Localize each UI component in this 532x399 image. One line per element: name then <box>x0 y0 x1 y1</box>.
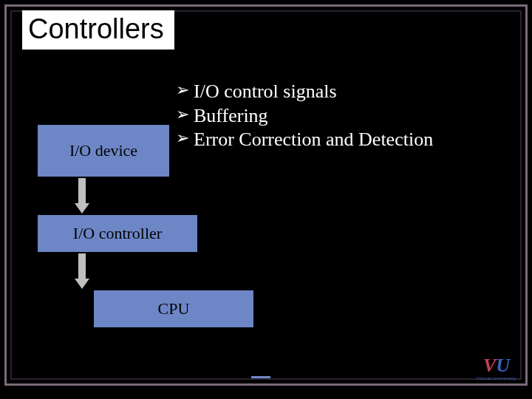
bullet-item: Error Correction and Detection <box>176 128 433 152</box>
node-io-controller: I/O controller <box>37 214 198 253</box>
vu-logo-u: U <box>496 355 510 376</box>
node-io-device-label: I/O device <box>69 141 137 160</box>
node-io-device: I/O device <box>37 124 170 177</box>
accent-bar <box>251 376 270 378</box>
bullet-item: I/O control signals <box>176 80 433 104</box>
bullet-list: I/O control signals Buffering Error Corr… <box>176 80 433 152</box>
bullet-item: Buffering <box>176 104 433 129</box>
vu-logo-subtext: Virtual University <box>477 376 516 381</box>
node-cpu: CPU <box>93 290 254 328</box>
node-io-controller-label: I/O controller <box>73 224 162 243</box>
node-cpu-label: CPU <box>158 299 190 318</box>
arrow-device-to-controller <box>75 177 89 214</box>
vu-logo: VU Virtual University <box>473 352 520 384</box>
arrow-controller-to-cpu <box>75 253 89 289</box>
vu-logo-v: V <box>483 355 496 376</box>
vu-logo-text: VU <box>483 356 510 375</box>
slide-title: Controllers <box>22 10 174 50</box>
